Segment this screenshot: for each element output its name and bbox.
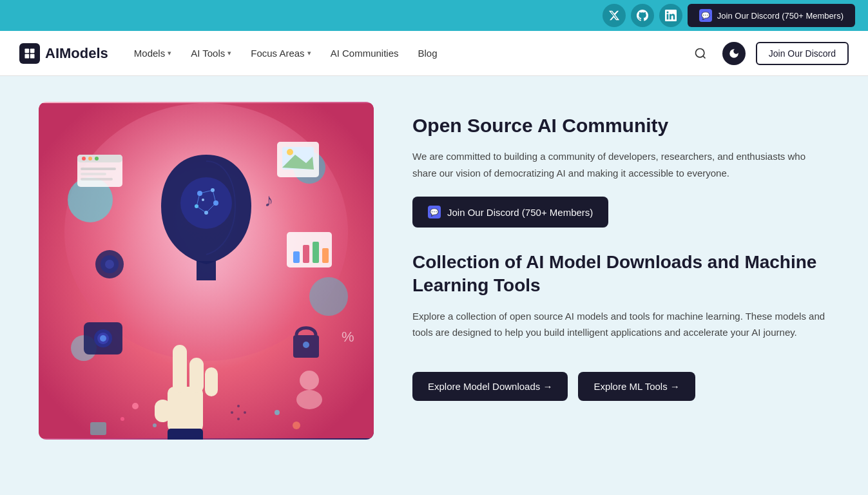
- nav-ai-tools-label: AI Tools: [191, 48, 225, 59]
- svg-point-38: [105, 260, 114, 269]
- svg-point-51: [300, 371, 319, 390]
- theme-toggle-button[interactable]: [722, 42, 746, 65]
- svg-rect-43: [322, 248, 329, 263]
- svg-rect-55: [173, 345, 187, 393]
- join-discord-nav-label: Join Our Discord: [769, 48, 836, 59]
- svg-point-66: [237, 418, 240, 420]
- svg-point-47: [100, 335, 106, 342]
- svg-rect-40: [293, 251, 300, 263]
- nav-models-label: Models: [134, 48, 165, 59]
- svg-rect-57: [205, 367, 218, 396]
- discord-hero-button[interactable]: 💬 Join Our Discord (750+ Members): [412, 197, 608, 228]
- discord-hero-icon: 💬: [428, 206, 441, 218]
- community-description: We are committed to building a community…: [412, 148, 829, 181]
- twitter-icon[interactable]: [603, 4, 626, 27]
- nav-right: Join Our Discord: [689, 42, 849, 65]
- collection-title: Collection of AI Model Downloads and Mac…: [412, 251, 829, 298]
- svg-point-26: [82, 157, 86, 160]
- discord-top-button[interactable]: 💬 Join Our Discord (750+ Members): [688, 4, 855, 27]
- hero-content: Open Source AI Community We are committe…: [412, 102, 829, 440]
- svg-point-59: [132, 403, 139, 409]
- discord-icon: 💬: [699, 9, 712, 22]
- svg-point-4: [695, 48, 704, 57]
- models-chevron-icon: ▾: [168, 49, 171, 57]
- nav-models[interactable]: Models ▾: [134, 32, 171, 74]
- nav-blog[interactable]: Blog: [418, 32, 438, 74]
- svg-rect-41: [303, 245, 309, 263]
- nav-focus-areas[interactable]: Focus Areas ▾: [251, 32, 311, 74]
- svg-point-18: [202, 199, 204, 201]
- svg-point-50: [303, 342, 309, 348]
- nav-focus-areas-label: Focus Areas: [251, 48, 304, 59]
- svg-point-61: [275, 410, 280, 415]
- collection-description: Explore a collection of open source AI m…: [412, 308, 829, 341]
- svg-rect-56: [189, 358, 204, 393]
- explore-downloads-label: Explore Model Downloads →: [428, 381, 552, 392]
- svg-rect-0: [25, 48, 30, 53]
- logo[interactable]: AIModels: [19, 43, 108, 64]
- top-bar: 💬 Join Our Discord (750+ Members): [0, 0, 868, 31]
- svg-point-52: [296, 390, 322, 409]
- hero-image: ♪: [39, 102, 374, 440]
- nav-ai-communities-label: AI Communities: [331, 48, 399, 59]
- svg-rect-31: [81, 178, 113, 180]
- svg-rect-11: [197, 261, 216, 280]
- nav-ai-tools[interactable]: AI Tools ▾: [191, 32, 231, 74]
- svg-rect-2: [25, 53, 30, 58]
- svg-text:♪: ♪: [264, 190, 273, 210]
- svg-point-12: [180, 177, 232, 229]
- nav-links: Models ▾ AI Tools ▾ Focus Areas ▾ AI Com…: [134, 32, 689, 74]
- ai-tools-chevron-icon: ▾: [227, 49, 231, 57]
- svg-text:%: %: [342, 329, 354, 345]
- logo-text: AIModels: [45, 45, 108, 62]
- svg-rect-3: [30, 53, 35, 58]
- svg-point-27: [88, 157, 92, 160]
- nav-ai-communities[interactable]: AI Communities: [331, 32, 399, 74]
- svg-rect-30: [81, 173, 106, 175]
- svg-point-65: [231, 411, 233, 414]
- explore-tools-button[interactable]: Explore ML Tools →: [578, 372, 695, 401]
- navbar: AIModels Models ▾ AI Tools ▾ Focus Areas…: [0, 31, 868, 76]
- focus-areas-chevron-icon: ▾: [307, 49, 311, 57]
- logo-icon: [19, 43, 40, 64]
- svg-rect-29: [81, 168, 116, 170]
- github-icon[interactable]: [631, 4, 654, 27]
- svg-rect-58: [168, 429, 203, 440]
- svg-point-63: [153, 423, 157, 427]
- explore-downloads-button[interactable]: Explore Model Downloads →: [412, 372, 568, 401]
- svg-point-60: [121, 417, 124, 421]
- search-button[interactable]: [689, 42, 712, 65]
- community-title: Open Source AI Community: [412, 115, 829, 137]
- social-icons: 💬 Join Our Discord (750+ Members): [603, 4, 855, 27]
- svg-point-9: [309, 277, 348, 316]
- linkedin-icon[interactable]: [659, 4, 682, 27]
- discord-top-label: Join Our Discord (750+ Members): [717, 11, 844, 21]
- nav-blog-label: Blog: [418, 48, 438, 59]
- explore-tools-label: Explore ML Tools →: [593, 381, 679, 392]
- cta-buttons: Explore Model Downloads → Explore ML Too…: [412, 372, 829, 401]
- svg-point-34: [287, 149, 293, 155]
- svg-rect-42: [313, 242, 319, 263]
- svg-rect-69: [90, 422, 106, 435]
- join-discord-nav-button[interactable]: Join Our Discord: [756, 42, 849, 65]
- discord-hero-label: Join Our Discord (750+ Members): [447, 207, 593, 218]
- svg-rect-53: [168, 387, 203, 432]
- svg-point-67: [244, 411, 246, 414]
- svg-rect-1: [30, 48, 35, 53]
- svg-point-28: [95, 157, 99, 160]
- svg-rect-54: [155, 400, 171, 422]
- svg-point-68: [237, 405, 240, 407]
- svg-point-62: [293, 422, 300, 429]
- hero-section: ♪: [0, 76, 868, 465]
